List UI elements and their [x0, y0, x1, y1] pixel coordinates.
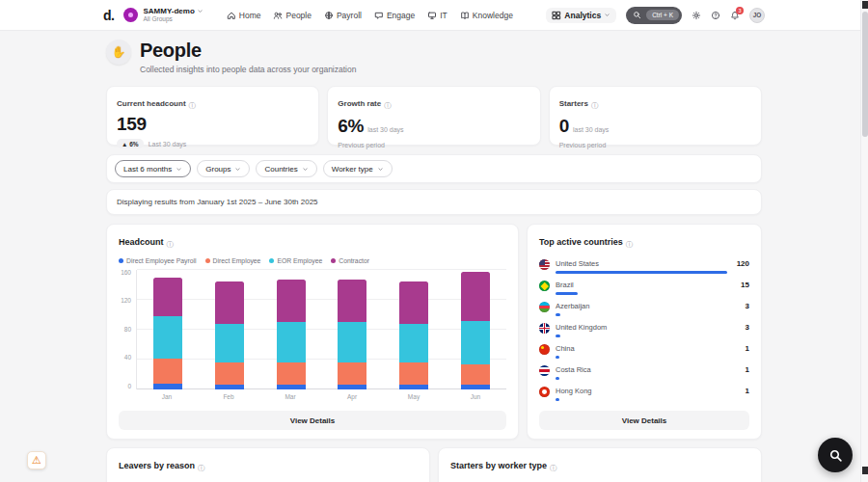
country-bar	[556, 271, 727, 274]
country-value: 120	[737, 259, 749, 268]
workspace-switcher[interactable]: SAMMY-demo All Groups	[123, 8, 203, 23]
flag-cr-icon	[539, 365, 550, 376]
chevron-down-icon	[234, 166, 241, 173]
deel-logo[interactable]: d.	[103, 8, 114, 23]
country-row: Costa Rica1	[539, 365, 749, 380]
chevron-down-icon	[302, 166, 309, 173]
info-icon[interactable]	[550, 457, 557, 474]
top-navbar: d. SAMMY-demo All Groups HomePeoplePayro…	[0, 0, 868, 31]
bar-mar	[277, 280, 306, 389]
main-grid: Headcount Direct Employee PayrollDirect …	[106, 224, 762, 440]
headcount-title: Headcount	[119, 237, 164, 247]
nav-item-people[interactable]: People	[273, 11, 311, 20]
user-avatar[interactable]: JO	[749, 8, 765, 23]
country-value: 1	[746, 344, 749, 353]
info-icon[interactable]	[384, 94, 392, 112]
workspace-name: SAMMY-demo	[143, 8, 194, 16]
nav-items: HomePeoplePayrollEngageITKnowledge	[227, 11, 513, 20]
country-bar	[556, 398, 559, 401]
chart-yaxis: 16012080400	[119, 270, 136, 389]
workspace-subtitle: All Groups	[143, 15, 203, 22]
scroll-down-arrow[interactable]	[862, 467, 868, 474]
nav-item-label: Knowledge	[473, 11, 513, 20]
assistant-fab-button[interactable]	[818, 438, 853, 472]
settings-gear-icon[interactable]	[692, 11, 701, 20]
nav-item-label: IT	[440, 11, 448, 20]
stat-value: 0	[559, 116, 569, 137]
filter-last-6-months[interactable]: Last 6 months	[115, 160, 191, 177]
stat-card-current-headcount: Current headcount 159 ▲ 6% Last 30 days	[106, 86, 319, 146]
knowledge-icon	[460, 11, 470, 20]
chevron-down-icon	[377, 166, 384, 173]
nav-item-label: Engage	[387, 11, 415, 20]
nav-item-it[interactable]: IT	[427, 11, 448, 20]
country-value: 1	[746, 365, 749, 374]
legend-item: Direct Employee	[205, 257, 261, 264]
starters-by-worker-type-card: Starters by worker type	[438, 447, 762, 482]
flag-uk-icon	[539, 323, 550, 334]
country-row: China1	[539, 344, 749, 359]
info-icon[interactable]	[167, 233, 175, 251]
chart-legend: Direct Employee PayrollDirect EmployeeEO…	[119, 257, 506, 264]
it-icon	[427, 11, 437, 20]
help-icon[interactable]	[711, 11, 720, 20]
info-icon[interactable]	[189, 94, 197, 112]
nav-item-engage[interactable]: Engage	[374, 11, 415, 20]
filter-worker-type[interactable]: Worker type	[323, 160, 393, 177]
grid-icon	[552, 11, 561, 20]
filter-groups[interactable]: Groups	[197, 160, 250, 177]
stat-card-growth-rate: Growth rate 6% last 30 days Previous per…	[327, 86, 540, 146]
stat-label: Starters	[559, 99, 588, 108]
warning-button[interactable]: ⚠	[27, 451, 46, 469]
starters-title: Starters by worker type	[450, 461, 547, 470]
scrollbar-thumb[interactable]	[862, 12, 868, 137]
country-row: United States120	[539, 259, 749, 274]
filter-countries[interactable]: Countries	[256, 160, 316, 177]
analytics-menu[interactable]: Analytics	[546, 8, 616, 23]
bottom-cards-row: Leavers by reason Starters by worker typ…	[106, 447, 762, 482]
nav-item-knowledge[interactable]: Knowledge	[460, 11, 513, 20]
chart-xlabels: JanFebMarAprMayJun	[136, 393, 506, 400]
bar-feb	[215, 281, 244, 389]
stat-cards-row: Current headcount 159 ▲ 6% Last 30 days …	[106, 86, 762, 146]
global-search[interactable]: Ctrl + K	[626, 7, 682, 24]
info-icon[interactable]	[591, 94, 599, 112]
countries-view-details-button[interactable]: View Details	[539, 411, 749, 430]
stat-label: Current headcount	[117, 99, 186, 108]
flag-hk-icon	[539, 387, 550, 397]
scroll-up-arrow[interactable]	[862, 1, 868, 9]
flag-br-icon	[539, 281, 550, 291]
country-row: Hong Kong1	[539, 387, 749, 401]
nav-item-payroll[interactable]: Payroll	[324, 11, 362, 20]
notifications-button[interactable]: 3	[730, 11, 740, 20]
bar-jun	[461, 272, 490, 389]
nav-item-label: Home	[239, 11, 261, 20]
legend-item: Direct Employee Payroll	[119, 257, 197, 264]
info-icon[interactable]	[626, 233, 634, 251]
stat-inline-caption: last 30 days	[573, 126, 609, 133]
headcount-card: Headcount Direct Employee PayrollDirect …	[106, 224, 519, 440]
bar-may	[399, 281, 428, 389]
stat-value: 6%	[338, 116, 364, 137]
info-icon[interactable]	[198, 457, 205, 474]
country-name: Azerbaijan	[556, 302, 736, 310]
waving-hand-icon: ✋	[106, 40, 131, 65]
flag-cn-icon	[539, 344, 550, 355]
legend-item: Contractor	[331, 257, 369, 264]
country-bar	[556, 313, 560, 316]
countries-title: Top active countries	[539, 237, 623, 247]
people-icon	[273, 11, 283, 20]
chevron-down-icon	[197, 8, 203, 14]
nav-item-home[interactable]: Home	[227, 11, 261, 20]
country-row: United Kingdom3	[539, 323, 749, 337]
delta-badge: ▲ 6%	[117, 139, 144, 148]
flag-us-icon	[539, 259, 550, 270]
headcount-view-details-button[interactable]: View Details	[119, 411, 506, 430]
stat-card-starters: Starters 0 last 30 days Previous period	[549, 86, 762, 146]
page-header: ✋ People Collected insights into people …	[106, 40, 762, 74]
country-name: Hong Kong	[556, 387, 736, 395]
analytics-label: Analytics	[564, 11, 601, 20]
analytics-people-page: d. SAMMY-demo All Groups HomePeoplePayro…	[0, 0, 868, 482]
page-scrollbar[interactable]	[860, 0, 868, 482]
chevron-down-icon	[604, 12, 610, 18]
